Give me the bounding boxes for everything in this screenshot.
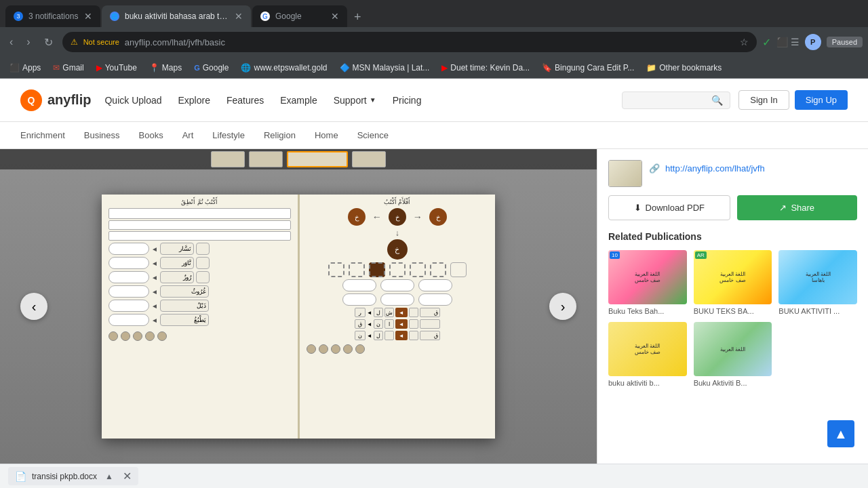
tab-google[interactable]: G Google ✕ bbox=[252, 5, 347, 27]
writing-line-dashed bbox=[108, 208, 291, 219]
search-input[interactable] bbox=[629, 95, 707, 105]
youtube-icon: ▶ bbox=[96, 63, 102, 73]
apps-icon: ⬛ bbox=[9, 63, 20, 73]
search-bar[interactable]: 🔍 bbox=[622, 92, 730, 109]
signin-button[interactable]: Sign In bbox=[738, 90, 789, 110]
cat-books[interactable]: Books bbox=[139, 130, 163, 140]
bookmark-duet[interactable]: ▶ Duet time: Kevin Da... bbox=[437, 62, 534, 74]
bookmark-etps[interactable]: 🌐 www.etpswallet.gold bbox=[237, 62, 331, 74]
tab-favicon-1: 3 bbox=[14, 12, 23, 21]
cat-enrichment[interactable]: Enrichment bbox=[20, 130, 65, 140]
quick-upload-link[interactable]: Quick Upload bbox=[104, 95, 161, 106]
address-bar[interactable]: ⚠ Not secure anyflip.com/lhat/jvfh/basic… bbox=[62, 32, 757, 52]
related-item-1[interactable]: اللغة العربيةصف خامس 10 Buku Teks Bah... bbox=[608, 250, 687, 315]
reload-button[interactable]: ↻ bbox=[40, 33, 57, 52]
related-thumb-5: اللغة العربية bbox=[694, 322, 772, 376]
page-header-left: أَكْتُبُ ثُمَّ أَنْطِقُ bbox=[106, 199, 294, 205]
tab-close-1[interactable]: ✕ bbox=[84, 11, 92, 22]
tab-bar: 3 3 notifications ✕ 🌐 buku aktiviti baha… bbox=[0, 0, 868, 27]
pub-url-link[interactable]: 🔗 http://anyflip.com/lhat/jvfh bbox=[649, 163, 765, 174]
support-chevron-icon: ▼ bbox=[370, 96, 376, 104]
cat-home[interactable]: Home bbox=[315, 130, 338, 140]
msn-icon: 🔷 bbox=[340, 63, 350, 73]
center-circle: خ bbox=[304, 239, 492, 260]
tab-favicon-2: 🌐 bbox=[110, 12, 119, 21]
explore-link[interactable]: Explore bbox=[178, 95, 210, 106]
share-label: Share bbox=[791, 203, 814, 213]
tab-favicon-3: G bbox=[260, 12, 270, 21]
related-title: Related Publications bbox=[608, 231, 857, 242]
cat-religion[interactable]: Religion bbox=[264, 130, 296, 140]
signup-button[interactable]: Sign Up bbox=[795, 90, 848, 110]
bottom-exercise-3: ن ◄ ل ◄ ق bbox=[307, 331, 489, 340]
cat-business[interactable]: Business bbox=[84, 130, 120, 140]
bookmark-star-icon[interactable]: ☆ bbox=[740, 37, 749, 47]
logo-text: anyflip bbox=[47, 92, 91, 108]
thumbnail-1[interactable] bbox=[211, 151, 245, 167]
related-label-3: BUKU AKTIVITI ... bbox=[778, 307, 857, 315]
book-pages: أَكْتُبُ ثُمَّ أَنْطِقُ ◄ نَسَّار bbox=[102, 195, 495, 439]
tab-close-3[interactable]: ✕ bbox=[331, 11, 339, 22]
ext-icon-2[interactable]: ☰ bbox=[791, 37, 800, 47]
thumbnail-current[interactable] bbox=[287, 151, 348, 167]
tab-buku[interactable]: 🌐 buku aktiviti bahasa arab tahun ... ✕ bbox=[102, 5, 251, 27]
forward-button[interactable]: › bbox=[22, 33, 34, 51]
bookmark-google[interactable]: G Google bbox=[190, 62, 233, 74]
related-item-2[interactable]: اللغة العربيةصف خامس AR BUKU TEKS BA... bbox=[694, 250, 772, 315]
bookmark-bingung[interactable]: 🔖 Bingung Cara Edit P... bbox=[538, 62, 638, 74]
next-page-button[interactable]: › bbox=[549, 293, 576, 320]
bookmark-msn-label: MSN Malaysia | Lat... bbox=[353, 63, 430, 73]
prev-page-button[interactable]: ‹ bbox=[20, 293, 47, 320]
scroll-up-button[interactable]: ▲ bbox=[827, 420, 854, 447]
related-item-3[interactable]: اللغة العربيةباهاسا BUKU AKTIVITI ... bbox=[778, 250, 857, 315]
rating-circles-right bbox=[304, 344, 492, 354]
example-link[interactable]: Example bbox=[280, 95, 317, 106]
bookmark-youtube[interactable]: ▶ YouTube bbox=[92, 62, 141, 74]
exercise-row-3: ◄ رُوزٌ bbox=[108, 271, 291, 283]
share-button[interactable]: ↗ Share bbox=[737, 195, 858, 220]
page-thumbnails-bar bbox=[0, 149, 597, 169]
badge-2: AR bbox=[695, 251, 707, 259]
features-link[interactable]: Features bbox=[226, 95, 264, 106]
bookmark-maps[interactable]: 📍 Maps bbox=[145, 62, 186, 74]
download-pdf-button[interactable]: ⬇ Download PDF bbox=[608, 195, 730, 220]
cat-science[interactable]: Science bbox=[357, 130, 389, 140]
close-download-button[interactable]: ✕ bbox=[123, 470, 132, 483]
thumbnail-3[interactable] bbox=[352, 151, 386, 167]
bookmark-msn[interactable]: 🔷 MSN Malaysia | Lat... bbox=[336, 62, 434, 74]
tab-close-2[interactable]: ✕ bbox=[235, 11, 243, 22]
bookmark-gmail[interactable]: ✉ Gmail bbox=[49, 62, 87, 74]
new-tab-button[interactable]: + bbox=[349, 7, 367, 27]
etps-icon: 🌐 bbox=[241, 63, 251, 73]
bookmark-apps[interactable]: ⬛ Apps bbox=[5, 62, 45, 74]
cat-art[interactable]: Art bbox=[182, 130, 194, 140]
support-dropdown[interactable]: Support ▼ bbox=[334, 95, 376, 106]
bookmark-more[interactable]: 📁 Other bookmarks bbox=[642, 62, 726, 74]
search-icon: 🔍 bbox=[711, 95, 723, 106]
download-filename: transisi pkpb.docx bbox=[32, 472, 97, 481]
download-label: Download PDF bbox=[646, 203, 705, 213]
related-item-5[interactable]: اللغة العربية Buku Aktiviti B... bbox=[694, 322, 772, 387]
main-content: أَكْتُبُ ثُمَّ أَنْطِقُ ◄ نَسَّار bbox=[0, 149, 868, 464]
pricing-link[interactable]: Pricing bbox=[393, 95, 422, 106]
profile-button[interactable]: P bbox=[805, 34, 821, 50]
pub-info: 🔗 http://anyflip.com/lhat/jvfh bbox=[608, 160, 857, 187]
lock-icon: ⚠ bbox=[71, 37, 78, 47]
cat-lifestyle[interactable]: Lifestyle bbox=[212, 130, 245, 140]
back-button[interactable]: ‹ bbox=[5, 33, 17, 51]
bookmark-more-label: Other bookmarks bbox=[659, 63, 722, 73]
tab-notifications[interactable]: 3 3 notifications ✕ bbox=[5, 5, 100, 27]
logo-area[interactable]: Q anyflip bbox=[20, 89, 91, 111]
exercise-row-1: ◄ نَسَّار bbox=[108, 243, 291, 255]
tab-label-1: 3 notifications bbox=[28, 12, 79, 21]
download-chevron-icon[interactable]: ▲ bbox=[105, 472, 113, 481]
security-check-icon: ✓ bbox=[762, 36, 771, 49]
paused-badge: Paused bbox=[827, 37, 863, 47]
bookmark-apps-label: Apps bbox=[22, 63, 41, 73]
bottom-bar: 📄 transisi pkpb.docx ▲ ✕ bbox=[0, 464, 868, 488]
related-item-4[interactable]: اللغة العربيةصف خامس buku aktiviti b... bbox=[608, 322, 687, 387]
category-nav: Enrichment Business Books Art Lifestyle … bbox=[0, 122, 868, 149]
thumbnail-2[interactable] bbox=[249, 151, 283, 167]
rating-circles-left bbox=[106, 331, 294, 341]
ext-icon-1[interactable]: ⬛ bbox=[776, 37, 788, 47]
